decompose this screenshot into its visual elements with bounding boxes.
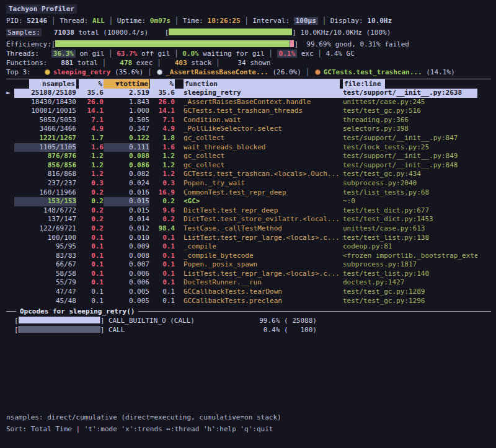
table-row[interactable]: 18430/1843026.01.84326.0_AssertRaisesBas… [6,98,477,107]
table-row[interactable]: 3466/34664.90.3474.9_PollLikeSelector.se… [6,125,477,134]
percent-direct-cell: 0.2 [76,215,104,224]
functions-value: 34 [220,58,246,68]
threads-segment-label: on gil [76,50,104,58]
table-row[interactable]: 122/697210.20.01298.4TestCase._callTestM… [6,224,477,234]
table-row[interactable]: 47/470.10.0050.1GCCallbackTests.tearDown… [6,288,477,297]
percent-cumulative-cell: 1.2 [149,161,175,170]
file-line-cell: threading.py:366 [343,116,477,125]
efficiency-summary: 99.69% good, 0.31% failed [306,40,409,48]
percent-direct-cell: 1.7 [76,134,104,143]
status-value-display: 10.0Hz [367,17,392,25]
table-row[interactable]: 137/1470.20.0140.2DictTest.test_store_ev… [6,215,477,224]
tottime-cell: 0.122 [104,134,149,143]
tottime-cell: 0.005 [104,297,149,306]
functions-label: Functions: [6,59,47,67]
nsamples-cell: 66/67 [14,260,76,270]
threads-separator: │ [170,50,182,58]
opcodes-divider-right-segment [138,311,491,312]
table-row[interactable]: 816/8681.20.0821.2GCTests.test_trashcan.… [6,170,477,179]
file-line-cell: unittest/case.py:245 [343,98,477,107]
function-name-cell: CommonTest.test_repr_deep [175,188,343,198]
profiler-screen: Tachyon Profiler PID: 52146 │ Thread: AL… [0,0,496,448]
row-marker-spacer [6,161,14,170]
status-separator: │ [105,17,117,25]
percent-cumulative-cell: 0.1 [149,242,175,252]
function-name-cell: GCTests.test_trashcan.<locals>.Ouch... [175,170,343,179]
percent-cumulative-cell: 0.3 [149,179,175,188]
table-row[interactable]: 45/480.10.0050.1GCCallbackTests.preclean… [6,297,477,306]
tottime-cell: 0.505 [104,116,149,125]
percent-cumulative-cell: 0.1 [149,297,175,306]
function-name-cell: gc_collect [175,161,343,170]
file-line-cell: test/test_list.py:140 [343,270,477,279]
table-row[interactable]: 10001/1001514.11.00014.1GCTests.test_tra… [6,107,477,116]
percent-cumulative-cell: 0.1 [149,270,175,279]
file-line-cell: test/test_gc.py:516 [343,107,477,116]
row-marker-spacer [6,234,14,243]
threads-value: 0.1% [277,50,298,58]
nsamples-cell: 1105/1105 [14,143,76,152]
table-row[interactable]: 876/8761.20.0881.2gc_collecttest/support… [6,152,477,161]
threads-segment-label: off gil [137,50,170,58]
col-header-function[interactable]: function [175,79,343,89]
samples-bar [169,29,292,35]
col-header-file[interactable]: file:line [343,79,477,89]
col-header-tottime-sorted[interactable]: ▼tottime [104,79,149,89]
opcode-stat: 0.4% ( 100) [250,325,317,335]
nsamples-cell: 10001/10015 [14,107,76,116]
nsamples-cell: 160/11966 [14,188,76,198]
nsamples-cell: 148/6772 [14,206,76,216]
col-header-pct2[interactable]: % [149,79,175,89]
nsamples-cell: 47/47 [14,288,76,297]
function-name-cell: GCCallbackTests.preclean [175,297,343,306]
file-line-cell: codeop.py:81 [343,242,477,252]
percent-cumulative-cell: 1.8 [149,134,175,143]
title-line: Tachyon Profiler [6,4,491,14]
col-header-pct1[interactable]: % [76,79,104,89]
table-row[interactable]: 5053/50537.10.5057.1Condition.waitthread… [6,116,477,125]
status-separator: │ [170,17,183,25]
nsamples-cell: 3466/3466 [14,125,76,134]
table-row[interactable]: 100/1000.10.0100.1ListTest.test_repr_lar… [6,234,477,243]
efficiency-bar-good [55,40,290,47]
table-row[interactable]: 237/2370.30.0240.3Popen._try_waitsubproc… [6,179,477,188]
header-marker-spacer [6,79,14,89]
samples-bar-open: [ [165,29,169,37]
row-marker-spacer [6,252,14,261]
efficiency-bar [55,40,294,47]
file-line-cell: unittest/case.py:613 [343,224,477,234]
efficiency-bar-failed [290,40,294,47]
top3-percent: (14.1%) [422,68,455,76]
status-label: Display: [330,17,363,25]
table-row[interactable]: 148/67720.20.0159.6DictTest.test_repr_de… [6,206,477,216]
table-row[interactable]: 153/1530.20.0150.2<GC>~:0 [6,197,477,206]
table-row[interactable]: 83/830.10.0080.1_compile_bytecode<frozen… [6,252,477,261]
table-row[interactable]: 856/8561.20.0861.2gc_collecttest/support… [6,161,477,170]
col-header-nsamples[interactable]: nsamples [14,79,76,89]
tottime-cell: 0.009 [104,242,149,252]
threads-segment-label: GC [342,50,355,58]
percent-cumulative-cell: 14.1 [149,107,175,116]
threads-separator: │ [104,50,117,58]
table-row[interactable]: 95/950.10.0090.1_compilecodeop.py:81 [6,242,477,252]
percent-cumulative-cell: 35.6 [149,89,175,98]
file-line-cell: test/test_dict.py:677 [343,206,477,216]
table-row[interactable]: 58/580.10.0060.1ListTest.test_repr_large… [6,270,477,279]
table-row[interactable]: 160/119660.20.01616.9CommonTest.test_rep… [6,188,477,198]
table-row[interactable]: 1105/11051.60.1111.6wait_threads_blocked… [6,143,477,152]
nsamples-cell: 237/237 [14,179,76,188]
percent-direct-cell: 1.2 [76,161,104,170]
table-row[interactable]: 1221/12671.70.1221.8gc_collecttest/suppo… [6,134,477,143]
function-name-cell: GCTests.test_trashcan_threads [175,107,343,116]
file-line-cell: test/lock_tests.py:25 [343,143,477,152]
percent-cumulative-cell: 7.1 [149,116,175,125]
file-line-cell: test/support/__init__.py:2638 [343,89,477,98]
tottime-cell: 0.082 [104,170,149,179]
table-row[interactable]: 55/790.10.0060.1DocTestRunner.__rundocte… [6,278,477,288]
table-row[interactable]: 66/670.10.0070.1Popen._posix_spawnsubpro… [6,260,477,270]
threads-line: Threads: 36.3% on gil │ 63.7% off gil │ … [6,49,491,58]
tottime-cell: 0.007 [104,260,149,270]
opcode-row: [] CALL0.4% ( 100) [6,325,491,335]
opcode-stat: 99.6% ( 25088) [250,316,317,325]
table-row-selected[interactable]: ►25188/2518935.62.51935.6sleeping_retryt… [6,89,477,98]
